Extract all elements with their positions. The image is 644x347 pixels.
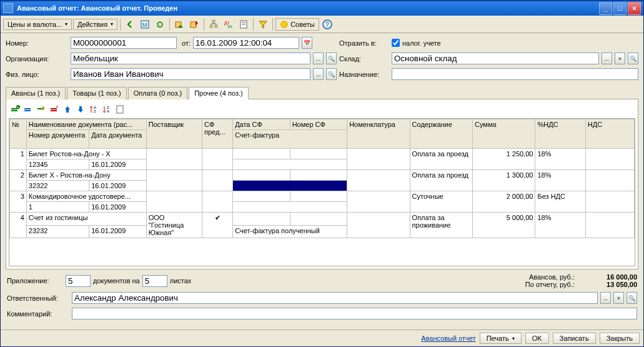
move-up-icon[interactable] xyxy=(61,103,74,116)
col-nds[interactable]: НДС xyxy=(585,119,634,149)
col-cont[interactable]: Содержание xyxy=(410,119,472,149)
tab-payment[interactable]: Оплата (0 поз.) xyxy=(128,87,187,99)
add-row-icon[interactable]: + xyxy=(9,103,21,116)
fiz-label: Физ. лицо: xyxy=(6,71,68,78)
org-open-icon[interactable]: 🔍 xyxy=(326,53,337,64)
grid-toolbar: + × AZ ZA xyxy=(9,102,635,118)
org-select-icon[interactable]: ... xyxy=(313,53,324,64)
filter-icon[interactable] xyxy=(256,18,270,31)
nazn-field[interactable] xyxy=(392,68,638,80)
svg-rect-23 xyxy=(51,110,57,111)
table-row[interactable]: 3Командировочное удостовере...Суточные2 … xyxy=(10,191,635,202)
svg-text:+: + xyxy=(17,105,19,109)
tab-goods[interactable]: Товары (1 поз.) xyxy=(67,87,126,99)
fiz-open-icon[interactable]: 🔍 xyxy=(326,68,337,80)
reflect-label: Отразить в: xyxy=(339,39,389,47)
action-bar: Авансовый отчет Печать OK Записать Закры… xyxy=(1,329,643,346)
tab-advances[interactable]: Авансы (1 поз.) xyxy=(6,87,66,99)
table-row[interactable]: 2Билет Х - Ростов-на-ДонуОплата за проез… xyxy=(10,170,635,181)
comment-field[interactable] xyxy=(72,308,637,319)
copy-row-icon[interactable] xyxy=(22,103,34,116)
tax-account-checkbox[interactable]: налог. учете xyxy=(392,39,441,47)
tabs: Авансы (1 поз.) Товары (1 поз.) Оплата (… xyxy=(6,86,638,99)
refresh-icon[interactable] xyxy=(153,18,167,31)
number-label: Номер: xyxy=(6,39,68,47)
advances-value: 16 000,00 xyxy=(581,273,637,281)
minimize-button[interactable]: _ xyxy=(599,2,612,15)
fill-icon[interactable] xyxy=(114,103,126,116)
titlebar: Авансовый отчет: Авансовый отчет. Провед… xyxy=(1,1,643,16)
advance-report-link[interactable]: Авансовый отчет xyxy=(421,334,475,342)
docs-count-field[interactable] xyxy=(66,275,91,287)
close-window-button[interactable]: Закрыть xyxy=(600,333,640,344)
svg-text:?: ? xyxy=(325,21,329,28)
resp-open-icon[interactable]: 🔍 xyxy=(627,292,637,304)
tips-button[interactable]: Советы xyxy=(275,18,319,31)
responsible-label: Ответственный: xyxy=(7,294,69,302)
prices-currency-button[interactable]: Цены и валюта... xyxy=(3,19,72,30)
col-n[interactable]: № xyxy=(10,119,27,149)
docflow-icon[interactable]: M xyxy=(138,18,152,31)
org-field[interactable] xyxy=(71,53,310,64)
col-sfp[interactable]: СФ пред... xyxy=(202,119,233,149)
resp-clear-icon[interactable]: × xyxy=(613,292,624,304)
svg-rect-6 xyxy=(215,26,217,28)
dtkt-icon[interactable]: ДтКт xyxy=(222,18,235,31)
col-sum[interactable]: Сумма xyxy=(473,119,535,149)
edit-row-icon[interactable] xyxy=(35,103,47,116)
sheets-count-field[interactable] xyxy=(142,275,167,287)
date-picker-icon[interactable]: 📅 xyxy=(302,37,312,49)
comment-label: Комментарий: xyxy=(7,310,69,318)
structure-icon[interactable] xyxy=(207,18,220,31)
report-total-value: 13 050,00 xyxy=(581,281,637,288)
col-sfnum[interactable]: Номер СФ xyxy=(290,119,347,130)
svg-text:Z: Z xyxy=(94,109,96,113)
table-row[interactable]: 1Билет Ростов-на-Дону - ХОплата за проез… xyxy=(10,149,635,159)
svg-rect-3 xyxy=(191,22,196,28)
col-docname[interactable]: Наименование документа (рас... xyxy=(26,119,146,130)
back-icon[interactable] xyxy=(123,18,137,31)
delete-row-icon[interactable]: × xyxy=(48,103,61,116)
col-sfdate[interactable]: Дата СФ xyxy=(233,119,290,130)
org-label: Организация: xyxy=(6,55,68,63)
svg-text:M: M xyxy=(142,22,147,28)
col-post[interactable]: Поставщик xyxy=(146,119,202,149)
col-sf[interactable]: Счет-фактура xyxy=(233,130,347,149)
write-button[interactable]: Записать xyxy=(553,333,596,344)
col-nom[interactable]: Номенклатура xyxy=(347,119,410,149)
col-docdate[interactable]: Дата документа xyxy=(89,130,147,149)
post-icon[interactable] xyxy=(172,18,186,31)
svg-rect-16 xyxy=(11,110,17,111)
svg-text:Кт: Кт xyxy=(228,24,233,29)
print-button[interactable]: Печать xyxy=(480,333,522,344)
move-down-icon[interactable] xyxy=(74,103,87,116)
fiz-field[interactable] xyxy=(71,68,310,80)
tab-other[interactable]: Прочее (4 поз.) xyxy=(189,87,248,99)
table-row[interactable]: 4Счет из гостиницыООО "Гостиница Южная"✔… xyxy=(10,213,635,226)
sklad-open-icon[interactable]: 🔍 xyxy=(628,53,638,64)
attach-label: Приложение: xyxy=(7,277,63,284)
sort-desc-icon[interactable]: ZA xyxy=(101,103,113,116)
sklad-clear-icon[interactable]: × xyxy=(615,53,625,64)
fiz-select-icon[interactable]: ... xyxy=(313,68,324,80)
close-button[interactable]: × xyxy=(628,2,641,15)
number-field[interactable] xyxy=(71,37,177,49)
sklad-select-icon[interactable]: ... xyxy=(602,53,612,64)
report-icon[interactable] xyxy=(237,18,250,31)
svg-rect-19 xyxy=(24,108,31,109)
responsible-field[interactable] xyxy=(72,292,598,304)
svg-rect-5 xyxy=(210,26,212,28)
col-docnum[interactable]: Номер документа xyxy=(26,130,89,149)
grid[interactable]: № Наименование документа (рас... Поставщ… xyxy=(9,118,635,266)
ok-button[interactable]: OK xyxy=(525,333,549,344)
help-icon[interactable]: ? xyxy=(320,18,334,31)
unpost-icon[interactable] xyxy=(187,18,201,31)
sklad-label: Склад: xyxy=(339,55,389,63)
maximize-button[interactable]: □ xyxy=(613,2,627,15)
actions-dropdown[interactable]: Действия xyxy=(73,19,117,30)
sklad-field[interactable] xyxy=(392,53,599,64)
sort-asc-icon[interactable]: AZ xyxy=(87,103,100,116)
date-field[interactable] xyxy=(193,37,299,49)
resp-select-icon[interactable]: ... xyxy=(600,292,611,304)
col-ndsp[interactable]: %НДС xyxy=(535,119,585,149)
